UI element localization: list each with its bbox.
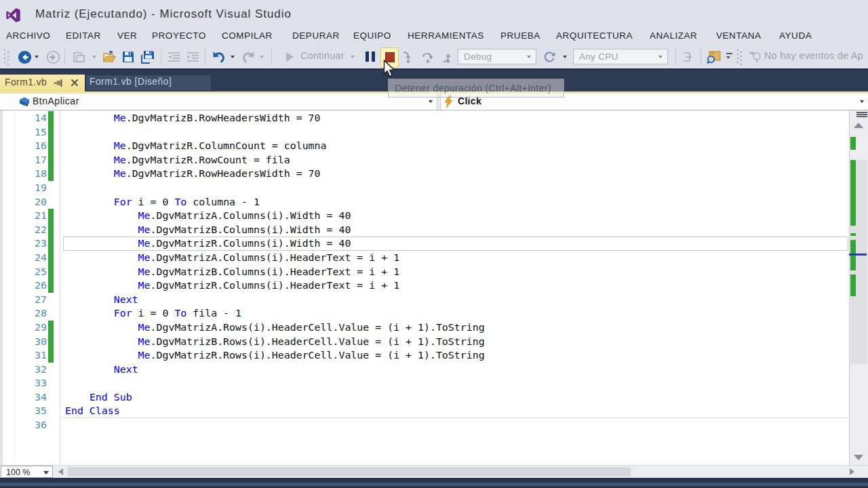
object-icon	[18, 96, 31, 108]
step-into-button[interactable]	[401, 51, 413, 63]
code-line-18[interactable]: Me.DgvMatrizR.RowHeadersWidth = 70	[65, 167, 485, 181]
new-window-dropdown[interactable]	[92, 56, 96, 58]
configuration-dropdown[interactable]: Debug	[458, 49, 536, 64]
scroll-up-arrow[interactable]	[854, 123, 863, 128]
change-bar	[48, 167, 54, 181]
navigate-back-dropdown[interactable]	[35, 56, 39, 58]
toolbar-grip[interactable]	[3, 49, 10, 65]
toolbar-overflow-button[interactable]	[725, 53, 734, 61]
pin-icon[interactable]	[54, 79, 64, 87]
navigate-back-button[interactable]	[18, 50, 32, 64]
code-line-23[interactable]: Me.DgvMatrizR.Columns(i).Width = 40	[65, 237, 485, 251]
navigate-forward-button[interactable]	[46, 50, 60, 64]
code-line-28[interactable]: For i = 0 To fila - 1	[65, 306, 485, 321]
menu-editar[interactable]: EDITAR	[66, 30, 101, 41]
indicator-margin	[0, 110, 3, 465]
close-icon[interactable]	[71, 79, 79, 87]
step-over-button[interactable]	[422, 51, 434, 63]
menu-herramientas[interactable]: HERRAMIENTAS	[408, 30, 484, 41]
indent-decrease-button[interactable]	[167, 52, 180, 62]
open-file-button[interactable]	[102, 50, 117, 64]
navigate-to-window-button[interactable]	[682, 51, 693, 63]
code-line-26[interactable]: Me.DgvMatrizR.Columns(i).HeaderText = i …	[65, 279, 485, 293]
code-line-35[interactable]: End Class	[65, 404, 485, 418]
configuration-value: Debug	[464, 52, 492, 62]
menu-analizar[interactable]: ANALIZAR	[650, 30, 697, 41]
intellitrace-icon[interactable]	[749, 50, 762, 64]
menu-equipo[interactable]: EQUIPO	[353, 30, 391, 41]
code-line-36[interactable]	[65, 418, 485, 432]
code-line-16[interactable]: Me.DgvMatrizR.ColumnCount = columna	[65, 139, 485, 153]
menu-bar: ARCHIVOEDITARVERPROYECTOCOMPILARDEPURARE…	[0, 27, 868, 45]
menu-prueba[interactable]: PRUEBA	[500, 30, 540, 41]
continue-dropdown[interactable]	[351, 56, 355, 58]
change-bar	[48, 348, 54, 363]
code-line-22[interactable]: Me.DgvMatrizB.Columns(i).Width = 40	[65, 223, 485, 237]
menu-compilar[interactable]: COMPILAR	[222, 30, 273, 41]
configuration-caret-icon	[527, 56, 531, 58]
object-dropdown-caret-icon[interactable]	[429, 100, 433, 103]
splitter-handle[interactable]	[856, 112, 867, 119]
pause-button[interactable]	[366, 52, 375, 62]
refresh-button[interactable]	[543, 51, 556, 63]
code-line-14[interactable]: Me.DgvMatrizB.RowHeadersWidth = 70	[65, 111, 485, 125]
code-line-20[interactable]: For i = 0 To columna - 1	[65, 195, 485, 209]
menu-depurar[interactable]: DEPURAR	[292, 30, 340, 41]
code-line-34[interactable]: End Sub	[65, 390, 485, 405]
procedure-separator-line	[60, 418, 848, 418]
code-line-15[interactable]	[65, 125, 485, 140]
indent-increase-button[interactable]	[186, 52, 199, 62]
platform-dropdown[interactable]: Any CPU	[573, 49, 668, 64]
code-line-33[interactable]	[65, 376, 485, 390]
find-in-files-button[interactable]	[707, 50, 722, 64]
change-mark	[850, 233, 856, 236]
line-number: 35	[20, 404, 47, 418]
redo-button[interactable]	[241, 50, 256, 64]
line-number: 31	[20, 348, 47, 363]
object-dropdown[interactable]: BtnAplicar	[33, 96, 79, 106]
redo-dropdown[interactable]	[260, 56, 264, 58]
code-line-21[interactable]: Me.DgvMatrizA.Columns(i).Width = 40	[65, 209, 485, 223]
undo-button[interactable]	[212, 50, 226, 64]
menu-arquitectura[interactable]: ARQUITECTURA	[556, 30, 633, 41]
code-line-24[interactable]: Me.DgvMatrizA.Columns(i).HeaderText = i …	[65, 251, 485, 265]
scroll-right-arrow[interactable]	[850, 468, 854, 475]
line-number: 21	[20, 209, 47, 223]
refresh-dropdown[interactable]	[563, 56, 567, 58]
step-out-button[interactable]	[441, 51, 453, 63]
status-bar-band	[0, 483, 868, 486]
code-line-27[interactable]: Next	[65, 293, 485, 307]
undo-dropdown[interactable]	[231, 56, 235, 58]
save-button[interactable]	[121, 50, 135, 64]
scroll-down-arrow[interactable]	[854, 455, 863, 460]
menu-proyecto[interactable]: PROYECTO	[152, 30, 206, 41]
event-dropdown-caret-icon[interactable]	[860, 100, 864, 103]
horizontal-scrollbar-thumb[interactable]	[68, 467, 631, 476]
scroll-left-arrow[interactable]	[58, 468, 63, 475]
continue-label[interactable]: Continuar	[300, 50, 344, 61]
code-line-17[interactable]: Me.DgvMatrizR.RowCount = fila	[65, 153, 485, 167]
code-line-19[interactable]	[65, 181, 485, 195]
menu-ver[interactable]: VER	[117, 30, 137, 41]
code-line-30[interactable]: Me.DgvMatrizB.Rows(i).HeaderCell.Value =…	[65, 335, 485, 349]
line-number: 32	[20, 363, 47, 377]
new-window-button[interactable]	[73, 51, 85, 64]
code-line-29[interactable]: Me.DgvMatrizA.Rows(i).HeaderCell.Value =…	[65, 321, 485, 335]
toolbar-grip-2[interactable]	[736, 49, 743, 65]
caret-position-mark	[849, 253, 867, 256]
line-number: 20	[20, 195, 47, 209]
menu-ventana[interactable]: VENTANA	[716, 30, 762, 41]
continue-button[interactable]	[285, 52, 294, 62]
code-line-25[interactable]: Me.DgvMatrizB.Columns(i).HeaderText = i …	[65, 265, 485, 279]
tab-form1-code[interactable]: Form1.vb	[0, 75, 85, 92]
menu-archivo[interactable]: ARCHIVO	[6, 30, 50, 41]
code-line-32[interactable]: Next	[65, 363, 485, 377]
tab-form1-designer[interactable]: Form1.vb [Diseño]	[86, 75, 211, 90]
code-line-31[interactable]: Me.DgvMatrizR.Rows(i).HeaderCell.Value =…	[65, 348, 485, 363]
code-text[interactable]: Me.DgvMatrizB.RowHeadersWidth = 70 Me.Dg…	[65, 111, 485, 432]
change-mark	[850, 137, 856, 150]
code-editor[interactable]: 1415161718192021222324252627282930313233…	[0, 110, 849, 465]
save-all-button[interactable]	[140, 49, 155, 65]
zoom-caret-icon[interactable]	[43, 471, 49, 474]
menu-ayuda[interactable]: AYUDA	[779, 30, 812, 41]
